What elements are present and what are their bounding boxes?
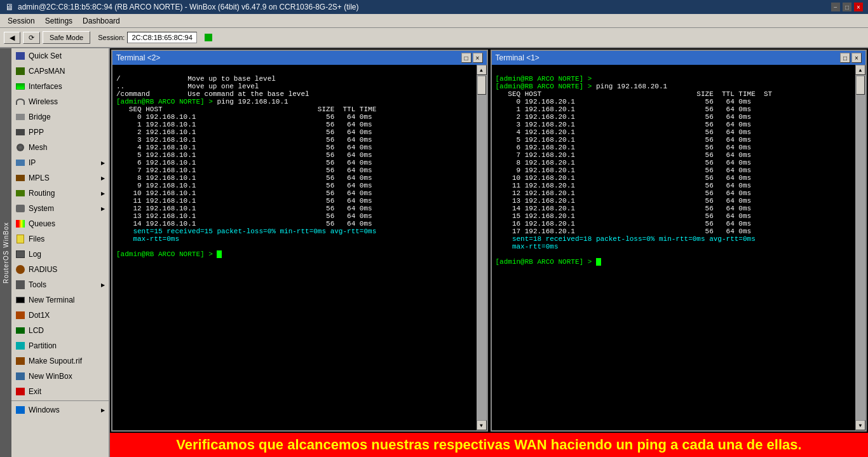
terminal-1-maximize[interactable]: □ xyxy=(840,53,850,63)
menu-dashboard[interactable]: Dashboard xyxy=(78,15,125,27)
menu-session[interactable]: Session xyxy=(3,15,40,27)
queues-icon xyxy=(15,219,25,229)
new-terminal-icon xyxy=(15,295,25,305)
terminal-2-scrollbar: ▲ ▼ xyxy=(477,65,487,430)
ppp-icon xyxy=(15,127,25,137)
windows-icon xyxy=(15,405,25,415)
sidebar-item-quickset[interactable]: Quick Set xyxy=(11,48,109,64)
sidebar-item-files[interactable]: Files xyxy=(11,231,109,247)
menu-bar: Session Settings Dashboard xyxy=(0,14,868,28)
radius-icon xyxy=(15,264,25,275)
title-text: admin@2C:C8:1B:b5:8C:94 (RB ARCO NORTE) … xyxy=(18,3,359,11)
log-icon xyxy=(15,249,25,259)
files-icon xyxy=(15,234,25,244)
bridge-icon xyxy=(15,112,25,122)
session-label: Session: xyxy=(98,34,125,41)
toolbar: ◀ ⟳ Safe Mode Session: 2C:C8:1B:65:8C:94 xyxy=(0,28,868,48)
sidebar-item-new-winbox[interactable]: New WinBox xyxy=(11,369,109,384)
terminal-2-content-area: / Move up to base level .. Move up one l… xyxy=(112,65,487,430)
app-icon: 🖥 xyxy=(5,2,14,12)
wireless-icon xyxy=(15,97,25,107)
sidebar-item-log[interactable]: Log xyxy=(11,247,109,262)
sidebar-item-lcd[interactable]: LCD xyxy=(11,323,109,338)
terminal-1-scrollbar: ▲ ▼ xyxy=(855,65,865,430)
terminal-1-window: Terminal <1> □ × [admin@RB ARCO NORTE] >… xyxy=(491,50,867,432)
terminal-2-body[interactable]: / Move up to base level .. Move up one l… xyxy=(112,65,477,430)
sidebar-item-routing[interactable]: Routing xyxy=(11,186,109,201)
terminal-2-controls: □ × xyxy=(461,53,483,63)
routing-icon xyxy=(15,188,25,198)
terminals-area: Terminal <2> □ × / Move up to base level… xyxy=(110,48,868,457)
terminal-1-body[interactable]: [admin@RB ARCO NORTE] > [admin@RB ARCO N… xyxy=(492,65,856,430)
sidebar-divider xyxy=(11,400,109,401)
session-value: 2C:C8:1B:65:8C:94 xyxy=(127,32,196,43)
scroll-track-1 xyxy=(855,75,865,420)
sidebar-item-new-terminal[interactable]: New Terminal xyxy=(11,292,109,308)
sidebar-item-ip[interactable]: IP xyxy=(11,155,109,170)
scroll-track xyxy=(477,75,487,420)
scroll-thumb-1[interactable] xyxy=(856,76,865,95)
refresh-button[interactable]: ⟳ xyxy=(23,32,40,44)
routeros-label: RouterOS WinBox xyxy=(0,48,11,457)
terminal-2-maximize[interactable]: □ xyxy=(461,53,471,63)
sidebar-item-make-supout[interactable]: Make Supout.rif xyxy=(11,353,109,369)
interfaces-icon xyxy=(15,81,25,92)
main-area: RouterOS WinBox Quick Set CAPsMAN Interf… xyxy=(0,48,868,457)
sidebar: Quick Set CAPsMAN Interfaces Wireless Br… xyxy=(11,48,110,457)
scroll-up-button[interactable]: ▲ xyxy=(477,65,487,75)
make-supout-icon xyxy=(15,356,25,366)
minimize-button[interactable]: − xyxy=(831,3,840,11)
sidebar-item-tools[interactable]: Tools xyxy=(11,277,109,292)
mesh-icon xyxy=(15,142,25,153)
sidebar-item-dot1x[interactable]: Dot1X xyxy=(11,308,109,323)
back-button[interactable]: ◀ xyxy=(4,32,20,44)
sidebar-item-system[interactable]: System xyxy=(11,201,109,216)
scroll-down-button-1[interactable]: ▼ xyxy=(855,420,865,430)
sidebar-item-windows[interactable]: Windows xyxy=(11,402,109,418)
connection-indicator xyxy=(205,34,212,41)
dot1x-icon xyxy=(15,310,25,320)
scroll-down-button[interactable]: ▼ xyxy=(477,420,487,430)
terminal-2-title: Terminal <2> xyxy=(116,53,160,62)
title-bar-controls: − □ × xyxy=(831,3,863,11)
bottom-banner: Verificamos que alcancemos nuestras resp… xyxy=(110,433,868,457)
tools-icon xyxy=(15,280,25,290)
safemode-button[interactable]: Safe Mode xyxy=(43,31,90,44)
sidebar-item-bridge[interactable]: Bridge xyxy=(11,109,109,125)
lcd-icon xyxy=(15,325,25,336)
scroll-up-button-1[interactable]: ▲ xyxy=(855,65,865,75)
new-winbox-icon xyxy=(15,371,25,381)
sidebar-item-mesh[interactable]: Mesh xyxy=(11,140,109,155)
capsman-icon xyxy=(15,66,25,76)
menu-settings[interactable]: Settings xyxy=(40,15,78,27)
terminal-1-controls: □ × xyxy=(840,53,862,63)
scroll-thumb[interactable] xyxy=(477,76,486,95)
maximize-button[interactable]: □ xyxy=(843,3,851,11)
terminal-1-close[interactable]: × xyxy=(851,53,862,63)
exit-icon xyxy=(15,386,25,397)
sidebar-item-queues[interactable]: Queues xyxy=(11,216,109,231)
title-bar: 🖥 admin@2C:C8:1B:b5:8C:94 (RB ARCO NORTE… xyxy=(0,0,868,14)
sidebar-item-mpls[interactable]: MPLS xyxy=(11,170,109,186)
quickset-icon xyxy=(15,51,25,61)
system-icon xyxy=(15,203,25,214)
terminal-1-title: Terminal <1> xyxy=(496,53,539,62)
terminal-row: Terminal <2> □ × / Move up to base level… xyxy=(110,48,868,433)
title-bar-left: 🖥 admin@2C:C8:1B:b5:8C:94 (RB ARCO NORTE… xyxy=(5,2,359,12)
mpls-icon xyxy=(15,173,25,183)
terminal-2-titlebar: Terminal <2> □ × xyxy=(112,51,487,65)
sidebar-item-interfaces[interactable]: Interfaces xyxy=(11,79,109,94)
terminal-1-titlebar: Terminal <1> □ × xyxy=(492,51,866,65)
ip-icon xyxy=(15,158,25,168)
sidebar-item-partition[interactable]: Partition xyxy=(11,338,109,353)
terminal-1-content-area: [admin@RB ARCO NORTE] > [admin@RB ARCO N… xyxy=(492,65,866,430)
partition-icon xyxy=(15,341,25,351)
terminal-2-close[interactable]: × xyxy=(473,53,483,63)
terminal-2-window: Terminal <2> □ × / Move up to base level… xyxy=(111,50,488,432)
sidebar-item-capsman[interactable]: CAPsMAN xyxy=(11,64,109,79)
sidebar-item-radius[interactable]: RADIUS xyxy=(11,262,109,277)
sidebar-item-ppp[interactable]: PPP xyxy=(11,125,109,140)
close-button[interactable]: × xyxy=(854,3,863,11)
sidebar-item-exit[interactable]: Exit xyxy=(11,384,109,399)
sidebar-item-wireless[interactable]: Wireless xyxy=(11,94,109,109)
